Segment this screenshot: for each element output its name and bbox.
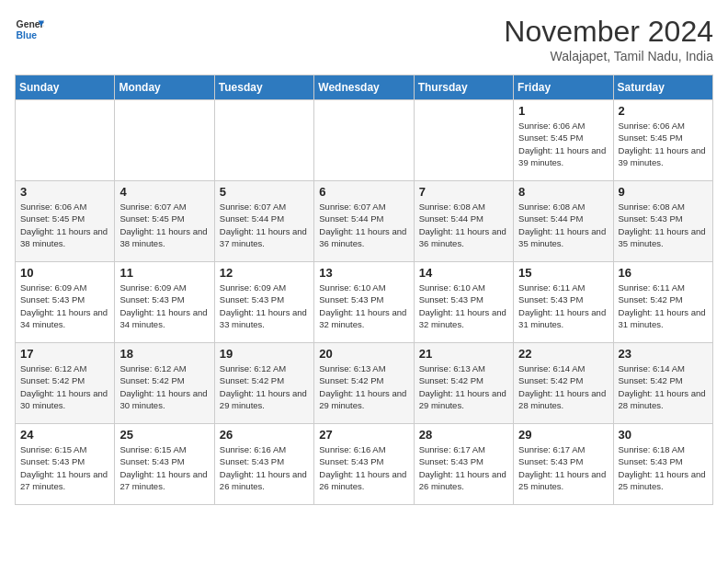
day-info: Sunrise: 6:07 AM Sunset: 5:44 PM Dayligh… <box>319 201 408 249</box>
day-info: Sunrise: 6:16 AM Sunset: 5:43 PM Dayligh… <box>220 443 309 492</box>
day-number: 18 <box>119 347 209 361</box>
column-header-saturday: Saturday <box>613 75 712 100</box>
day-info: Sunrise: 6:18 AM Sunset: 5:43 PM Dayligh… <box>619 443 708 492</box>
day-info: Sunrise: 6:06 AM Sunset: 5:45 PM Dayligh… <box>619 120 708 168</box>
page-header: General Blue November 2024 Walajapet, Ta… <box>15 15 713 63</box>
day-info: Sunrise: 6:12 AM Sunset: 5:42 PM Dayligh… <box>119 362 209 411</box>
day-info: Sunrise: 6:06 AM Sunset: 5:45 PM Dayligh… <box>518 120 608 168</box>
day-number: 30 <box>619 428 708 442</box>
day-number: 8 <box>518 185 608 199</box>
calendar-cell <box>214 100 313 181</box>
day-number: 23 <box>619 347 708 361</box>
day-info: Sunrise: 6:11 AM Sunset: 5:43 PM Dayligh… <box>518 282 608 330</box>
location-subtitle: Walajapet, Tamil Nadu, India <box>504 49 713 63</box>
day-number: 24 <box>20 428 109 442</box>
calendar-cell: 17Sunrise: 6:12 AM Sunset: 5:42 PM Dayli… <box>16 343 115 424</box>
calendar-table: SundayMondayTuesdayWednesdayThursdayFrid… <box>15 75 713 505</box>
title-block: November 2024 Walajapet, Tamil Nadu, Ind… <box>504 15 713 63</box>
day-info: Sunrise: 6:10 AM Sunset: 5:43 PM Dayligh… <box>319 282 408 330</box>
logo-icon: General Blue <box>15 15 44 44</box>
day-number: 11 <box>119 266 209 280</box>
day-number: 14 <box>419 266 508 280</box>
calendar-cell: 6Sunrise: 6:07 AM Sunset: 5:44 PM Daylig… <box>314 181 414 262</box>
calendar-cell: 25Sunrise: 6:15 AM Sunset: 5:43 PM Dayli… <box>115 424 214 505</box>
logo: General Blue <box>15 15 44 44</box>
day-number: 7 <box>419 185 508 199</box>
calendar-cell: 28Sunrise: 6:17 AM Sunset: 5:43 PM Dayli… <box>414 424 513 505</box>
calendar-cell: 16Sunrise: 6:11 AM Sunset: 5:42 PM Dayli… <box>613 262 712 343</box>
calendar-cell: 26Sunrise: 6:16 AM Sunset: 5:43 PM Dayli… <box>214 424 313 505</box>
column-header-thursday: Thursday <box>414 75 513 100</box>
calendar-cell: 30Sunrise: 6:18 AM Sunset: 5:43 PM Dayli… <box>613 424 712 505</box>
calendar-cell: 15Sunrise: 6:11 AM Sunset: 5:43 PM Dayli… <box>514 262 613 343</box>
day-info: Sunrise: 6:12 AM Sunset: 5:42 PM Dayligh… <box>20 362 109 411</box>
day-number: 12 <box>220 266 309 280</box>
day-info: Sunrise: 6:08 AM Sunset: 5:43 PM Dayligh… <box>619 201 708 249</box>
day-number: 25 <box>119 428 209 442</box>
day-info: Sunrise: 6:09 AM Sunset: 5:43 PM Dayligh… <box>20 282 109 330</box>
calendar-cell <box>16 100 115 181</box>
day-info: Sunrise: 6:13 AM Sunset: 5:42 PM Dayligh… <box>319 362 408 411</box>
calendar-cell: 18Sunrise: 6:12 AM Sunset: 5:42 PM Dayli… <box>115 343 214 424</box>
day-info: Sunrise: 6:11 AM Sunset: 5:42 PM Dayligh… <box>619 282 708 330</box>
calendar-cell: 14Sunrise: 6:10 AM Sunset: 5:43 PM Dayli… <box>414 262 513 343</box>
month-title: November 2024 <box>504 15 713 49</box>
calendar-cell: 8Sunrise: 6:08 AM Sunset: 5:44 PM Daylig… <box>514 181 613 262</box>
calendar-cell: 29Sunrise: 6:17 AM Sunset: 5:43 PM Dayli… <box>514 424 613 505</box>
day-number: 15 <box>518 266 608 280</box>
day-info: Sunrise: 6:09 AM Sunset: 5:43 PM Dayligh… <box>119 282 209 330</box>
calendar-cell: 9Sunrise: 6:08 AM Sunset: 5:43 PM Daylig… <box>613 181 712 262</box>
day-info: Sunrise: 6:08 AM Sunset: 5:44 PM Dayligh… <box>518 201 608 249</box>
calendar-cell: 20Sunrise: 6:13 AM Sunset: 5:42 PM Dayli… <box>314 343 414 424</box>
day-info: Sunrise: 6:17 AM Sunset: 5:43 PM Dayligh… <box>518 443 608 492</box>
day-number: 4 <box>119 185 209 199</box>
column-header-tuesday: Tuesday <box>214 75 313 100</box>
day-number: 28 <box>419 428 508 442</box>
calendar-cell <box>414 100 513 181</box>
day-number: 9 <box>619 185 708 199</box>
calendar-cell: 24Sunrise: 6:15 AM Sunset: 5:43 PM Dayli… <box>16 424 115 505</box>
day-number: 13 <box>319 266 408 280</box>
column-header-sunday: Sunday <box>16 75 115 100</box>
day-number: 16 <box>619 266 708 280</box>
day-info: Sunrise: 6:06 AM Sunset: 5:45 PM Dayligh… <box>20 201 109 249</box>
calendar-cell <box>314 100 414 181</box>
calendar-cell: 5Sunrise: 6:07 AM Sunset: 5:44 PM Daylig… <box>214 181 313 262</box>
day-info: Sunrise: 6:14 AM Sunset: 5:42 PM Dayligh… <box>619 362 708 411</box>
day-number: 6 <box>319 185 408 199</box>
calendar-cell: 11Sunrise: 6:09 AM Sunset: 5:43 PM Dayli… <box>115 262 214 343</box>
calendar-cell: 21Sunrise: 6:13 AM Sunset: 5:42 PM Dayli… <box>414 343 513 424</box>
day-number: 2 <box>619 104 708 118</box>
calendar-cell: 2Sunrise: 6:06 AM Sunset: 5:45 PM Daylig… <box>613 100 712 181</box>
day-number: 17 <box>20 347 109 361</box>
day-number: 29 <box>518 428 608 442</box>
calendar-cell: 19Sunrise: 6:12 AM Sunset: 5:42 PM Dayli… <box>214 343 313 424</box>
column-header-monday: Monday <box>115 75 214 100</box>
day-info: Sunrise: 6:08 AM Sunset: 5:44 PM Dayligh… <box>419 201 508 249</box>
calendar-cell: 1Sunrise: 6:06 AM Sunset: 5:45 PM Daylig… <box>514 100 613 181</box>
day-info: Sunrise: 6:14 AM Sunset: 5:42 PM Dayligh… <box>518 362 608 411</box>
calendar-cell: 13Sunrise: 6:10 AM Sunset: 5:43 PM Dayli… <box>314 262 414 343</box>
calendar-cell: 22Sunrise: 6:14 AM Sunset: 5:42 PM Dayli… <box>514 343 613 424</box>
day-info: Sunrise: 6:07 AM Sunset: 5:44 PM Dayligh… <box>220 201 309 249</box>
column-header-wednesday: Wednesday <box>314 75 414 100</box>
svg-text:Blue: Blue <box>17 30 38 40</box>
day-number: 1 <box>518 104 608 118</box>
day-number: 26 <box>220 428 309 442</box>
calendar-cell: 23Sunrise: 6:14 AM Sunset: 5:42 PM Dayli… <box>613 343 712 424</box>
column-header-friday: Friday <box>514 75 613 100</box>
calendar-cell: 4Sunrise: 6:07 AM Sunset: 5:45 PM Daylig… <box>115 181 214 262</box>
day-info: Sunrise: 6:15 AM Sunset: 5:43 PM Dayligh… <box>119 443 209 492</box>
calendar-cell: 12Sunrise: 6:09 AM Sunset: 5:43 PM Dayli… <box>214 262 313 343</box>
calendar-cell: 27Sunrise: 6:16 AM Sunset: 5:43 PM Dayli… <box>314 424 414 505</box>
day-info: Sunrise: 6:17 AM Sunset: 5:43 PM Dayligh… <box>419 443 508 492</box>
day-number: 22 <box>518 347 608 361</box>
day-info: Sunrise: 6:12 AM Sunset: 5:42 PM Dayligh… <box>220 362 309 411</box>
day-number: 3 <box>20 185 109 199</box>
calendar-cell <box>115 100 214 181</box>
calendar-cell: 7Sunrise: 6:08 AM Sunset: 5:44 PM Daylig… <box>414 181 513 262</box>
day-info: Sunrise: 6:09 AM Sunset: 5:43 PM Dayligh… <box>220 282 309 330</box>
day-number: 10 <box>20 266 109 280</box>
day-info: Sunrise: 6:16 AM Sunset: 5:43 PM Dayligh… <box>319 443 408 492</box>
day-number: 20 <box>319 347 408 361</box>
